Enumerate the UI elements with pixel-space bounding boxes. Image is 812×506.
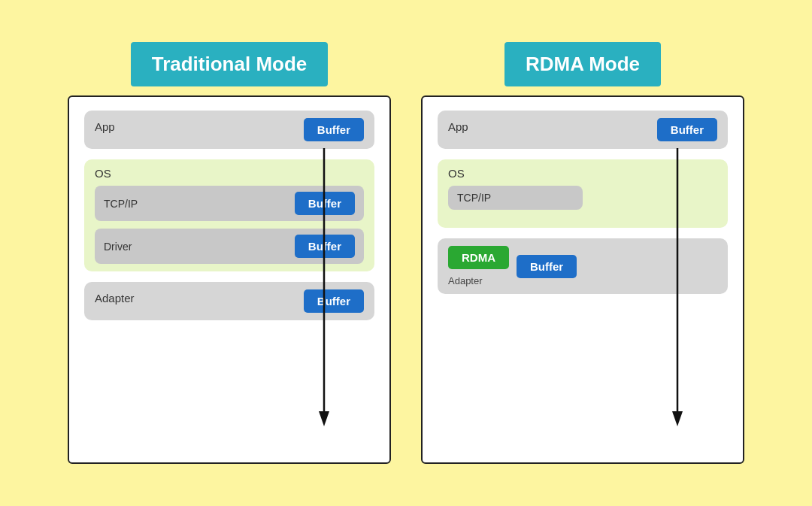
traditional-adapter-label: Adapter: [95, 292, 135, 305]
traditional-diagram: App Buffer OS TCP/IP Buffer Driver Buffe…: [68, 95, 391, 464]
rdma-rdma-box: RDMA: [448, 246, 509, 269]
traditional-os-label: OS: [95, 167, 364, 180]
traditional-driver-label: Driver: [104, 241, 132, 253]
rdma-app-buffer: Buffer: [657, 118, 717, 141]
traditional-title: Traditional Mode: [131, 42, 329, 86]
rdma-tcpip-sublayer: TCP/IP: [448, 186, 583, 210]
rdma-adapter-row: RDMA Adapter Buffer: [448, 246, 717, 286]
traditional-panel: Traditional Mode App Buffer OS TCP/IP Bu…: [68, 42, 391, 464]
rdma-diagram: App Buffer OS TCP/IP RDMA Adapter Buffer: [421, 95, 744, 464]
traditional-app-buffer: Buffer: [304, 118, 364, 141]
traditional-tcpip-label: TCP/IP: [104, 198, 138, 210]
rdma-panel: RDMA Mode App Buffer OS TCP/IP RDMA Adap…: [421, 42, 744, 464]
svg-marker-3: [672, 411, 683, 426]
rdma-adapter-label: Adapter: [448, 275, 483, 286]
svg-marker-1: [319, 411, 329, 426]
traditional-app-layer: App Buffer: [84, 111, 374, 149]
traditional-os-inner: TCP/IP Buffer Driver Buffer: [95, 186, 364, 264]
rdma-adapter-buffer: Buffer: [517, 255, 577, 278]
rdma-adapter-layer: RDMA Adapter Buffer: [438, 238, 728, 294]
rdma-title: RDMA Mode: [504, 42, 661, 86]
traditional-driver-sublayer: Driver Buffer: [95, 229, 364, 264]
rdma-os-label: OS: [448, 167, 717, 180]
rdma-app-layer: App Buffer: [438, 111, 728, 149]
traditional-app-label: App: [95, 120, 115, 133]
traditional-adapter-buffer: Buffer: [304, 289, 364, 313]
rdma-app-label: App: [448, 120, 468, 133]
traditional-driver-buffer: Buffer: [295, 235, 355, 258]
rdma-adapter-left: RDMA Adapter: [448, 246, 509, 286]
traditional-os-layer: OS TCP/IP Buffer Driver Buffer: [84, 159, 374, 271]
traditional-adapter-layer: Adapter Buffer: [84, 282, 374, 320]
traditional-tcpip-buffer: Buffer: [295, 192, 355, 215]
traditional-tcpip-sublayer: TCP/IP Buffer: [95, 186, 364, 221]
rdma-tcpip-label: TCP/IP: [457, 192, 491, 204]
rdma-os-layer: OS TCP/IP: [438, 159, 728, 228]
